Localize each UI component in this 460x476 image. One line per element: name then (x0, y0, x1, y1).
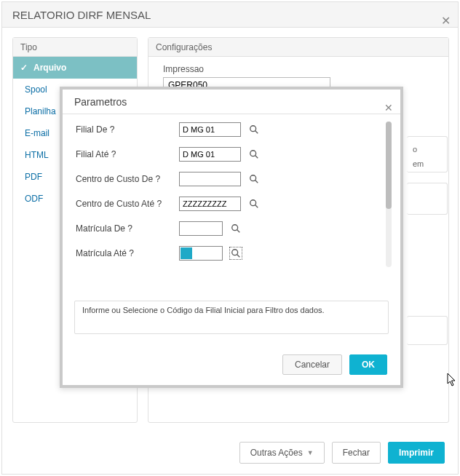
param-label: Centro de Custo De ? (70, 174, 179, 184)
param-row-filial-ate: Filial Até ? (70, 142, 393, 167)
modal-title-bar: Parametros ✕ (63, 90, 400, 114)
tipo-header: Tipo (13, 38, 137, 57)
svg-point-4 (250, 175, 256, 181)
svg-point-6 (250, 200, 256, 206)
param-row-ccusto-de: Centro de Custo De ? (70, 167, 393, 191)
modal-scroll-area: Filial De ? Filial Até ? Centro de Custo… (70, 117, 393, 295)
param-row-ccusto-ate: Centro de Custo Até ? (70, 191, 393, 216)
svg-point-0 (250, 126, 256, 132)
impressao-label: Impressao (163, 64, 448, 74)
param-label: Matrícula De ? (70, 223, 179, 234)
chevron-down-icon: ▼ (307, 449, 314, 456)
scrollbar[interactable] (386, 122, 392, 267)
fechar-button[interactable]: Fechar (332, 442, 381, 464)
partial-text: em (413, 159, 424, 168)
imprimir-button[interactable]: Imprimir (388, 442, 445, 464)
close-icon[interactable]: ✕ (441, 8, 451, 33)
modal-body: Filial De ? Filial Até ? Centro de Custo… (63, 114, 400, 295)
filial-ate-input[interactable] (179, 147, 241, 162)
param-label: Centro de Custo Até ? (70, 199, 179, 209)
partial-box (407, 183, 448, 215)
svg-point-10 (232, 250, 238, 255)
param-label: Filial De ? (70, 124, 179, 135)
cancel-button[interactable]: Cancelar (282, 354, 342, 375)
text-cursor (181, 247, 192, 259)
search-icon[interactable] (230, 247, 242, 259)
svg-line-5 (255, 181, 258, 183)
bottom-toolbar: Outras Ações ▼ Fechar Imprimir (239, 442, 445, 464)
scrollbar-thumb[interactable] (386, 122, 392, 209)
search-icon[interactable] (230, 223, 242, 234)
ccusto-ate-input[interactable] (179, 197, 241, 211)
ok-button[interactable]: OK (349, 354, 387, 375)
svg-line-11 (237, 255, 240, 258)
help-text-box: Informe ou Selecione o Código da Filial … (74, 301, 389, 334)
partial-text: o (413, 145, 417, 154)
ccusto-de-input[interactable] (179, 172, 241, 186)
param-label: Matrícula Até ? (70, 248, 179, 258)
main-title-bar: RELATORIO DIRF MENSAL ✕ (2, 2, 458, 28)
matricula-de-input[interactable] (179, 221, 223, 236)
tipo-item-arquivo[interactable]: Arquivo (13, 57, 137, 79)
main-title: RELATORIO DIRF MENSAL (12, 9, 151, 21)
config-header: Configurações (148, 38, 448, 57)
param-row-matricula-de: Matrícula De ? (70, 216, 393, 241)
mouse-cursor (447, 373, 457, 387)
param-label: Filial Até ? (70, 149, 179, 159)
search-icon[interactable] (248, 198, 260, 210)
help-text: Informe ou Selecione o Código da Filial … (82, 306, 325, 314)
matricula-ate-input[interactable] (179, 246, 223, 261)
search-icon[interactable] (248, 173, 260, 185)
svg-point-2 (250, 151, 256, 156)
param-row-filial-de: Filial De ? (70, 117, 393, 142)
param-row-matricula-ate: Matrícula Até ? (70, 241, 393, 266)
parametros-modal: Parametros ✕ Filial De ? Filial Até ? Ce… (60, 87, 403, 388)
svg-line-9 (237, 230, 240, 233)
search-icon[interactable] (248, 148, 260, 160)
svg-point-8 (232, 225, 238, 231)
modal-footer: Cancelar OK (282, 354, 387, 375)
outras-acoes-button[interactable]: Outras Ações ▼ (239, 442, 325, 464)
search-icon[interactable] (248, 124, 260, 135)
svg-line-1 (255, 131, 258, 134)
svg-line-3 (255, 156, 258, 159)
svg-line-7 (255, 205, 258, 208)
partial-box (407, 316, 448, 345)
modal-title: Parametros (74, 96, 127, 108)
filial-de-input[interactable] (179, 122, 241, 137)
